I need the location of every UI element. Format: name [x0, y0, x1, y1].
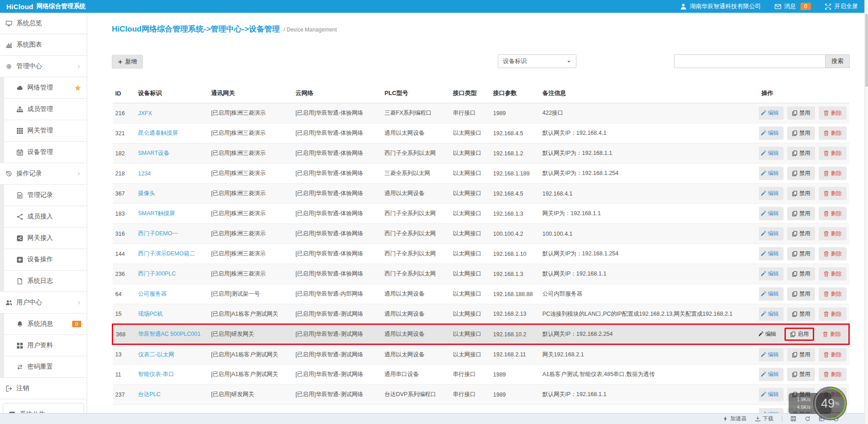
speed-gauge[interactable]: 49 %	[813, 387, 847, 420]
sidebar-item-share-square[interactable]: 网关接入	[4, 228, 87, 249]
edit-button[interactable]: 编辑	[759, 328, 781, 341]
del-button[interactable]: 删除	[819, 106, 847, 120]
edit-button[interactable]: 编辑	[759, 368, 784, 381]
sidebar: 系统总览系统图表管理中心网络管理成员管理网关管理设备管理操作记录管理记录成员接入…	[0, 13, 87, 424]
del-button[interactable]: 删除	[819, 147, 847, 160]
cell-note-text: A1栋客户测试,智能仪表,485串口,数据为透传	[543, 371, 655, 377]
company-menu[interactable]: 湖南华辰智通科技有限公司	[680, 2, 761, 11]
sidebar-item-grid[interactable]: 网关管理	[4, 120, 87, 142]
edit-button[interactable]: 编辑	[759, 388, 784, 401]
toggle-button[interactable]: 启用	[784, 328, 814, 341]
file-icon	[16, 278, 23, 285]
device-link[interactable]: 智能仪表-串口	[138, 371, 174, 377]
edit-button[interactable]: 编辑	[759, 348, 784, 361]
scrollbar-thumb[interactable]	[865, 14, 868, 87]
edit-button[interactable]: 编辑	[759, 127, 784, 140]
toggle-button[interactable]: 禁用	[787, 167, 815, 180]
sidebar-item-history[interactable]: 操作记录	[0, 163, 87, 185]
sidebar-item-exchange[interactable]: 密码重置	[4, 356, 87, 378]
sidebar-item-share[interactable]: 成员接入	[4, 206, 87, 228]
del-button[interactable]: 删除	[819, 267, 847, 281]
search-input[interactable]	[674, 54, 826, 68]
search-button[interactable]: 搜索	[826, 54, 850, 68]
filter-select[interactable]: 设备标识	[498, 54, 576, 68]
device-link[interactable]: 西门子300PLC	[138, 270, 176, 277]
sidebar-item-users[interactable]: 用户中心	[0, 292, 87, 313]
del-button[interactable]: 删除	[819, 187, 847, 200]
del-button[interactable]: 删除	[819, 368, 847, 381]
del-button[interactable]: 删除	[819, 227, 847, 240]
device-link[interactable]: 公司服务器	[138, 291, 167, 297]
toggle-button[interactable]: 禁用	[787, 187, 815, 200]
device-link[interactable]: JXFX	[138, 110, 152, 117]
edit-button[interactable]: 编辑	[759, 106, 784, 120]
edit-button[interactable]: 编辑	[759, 267, 784, 281]
cell-id: 183	[113, 204, 136, 224]
device-link[interactable]: 西门子DEMO一	[138, 230, 178, 237]
toggle-button[interactable]: 禁用	[787, 207, 815, 220]
toggle-button[interactable]: 禁用	[787, 307, 815, 321]
toggle-button[interactable]: 禁用	[787, 267, 815, 281]
sidebar-item-cloud[interactable]: 网络管理	[4, 77, 87, 99]
download-button[interactable]: 下载	[755, 415, 774, 423]
device-link[interactable]: 昆仑通泰触摸屏	[138, 130, 178, 136]
device-link[interactable]: 现场PC机	[138, 311, 163, 317]
sidebar-item-calendar[interactable]: 设备管理	[4, 142, 87, 163]
del-button[interactable]: 删除	[819, 207, 847, 220]
edit-button[interactable]: 编辑	[759, 187, 784, 200]
del-button[interactable]: 删除	[819, 287, 847, 301]
messages-menu[interactable]: 消息 0	[774, 2, 811, 11]
edit-button[interactable]: 编辑	[759, 227, 784, 240]
toggle-button[interactable]: 禁用	[787, 247, 815, 260]
sidebar-item-label: 系统总览	[16, 19, 42, 27]
device-link[interactable]: 1234	[138, 170, 151, 177]
cell-actions: 编辑禁用删除	[759, 143, 849, 164]
device-link[interactable]: 仪表二-以太网	[138, 351, 174, 358]
sidebar-item-sitemap[interactable]: 成员管理	[4, 99, 87, 120]
sidebar-item-desktop[interactable]: 系统总览	[0, 13, 87, 34]
sidebar-item-file[interactable]: 系统日志	[4, 270, 87, 292]
cell-cloud-text: [已启用]华辰智通-测试网络	[296, 371, 364, 377]
fullscreen-button[interactable]: 开启全屏	[825, 2, 858, 11]
del-button[interactable]: 删除	[819, 167, 847, 180]
add-button[interactable]: 新增	[112, 55, 143, 69]
sidebar-item-th-large[interactable]: 用户资料	[4, 335, 87, 356]
toggle-button[interactable]: 禁用	[787, 227, 815, 240]
toggle-button[interactable]: 禁用	[787, 348, 815, 361]
cell-cloud-text: [已启用]华辰智通-体验网络	[296, 270, 364, 277]
toggle-button[interactable]: 禁用	[787, 147, 815, 160]
del-button[interactable]: 删除	[819, 307, 847, 321]
edit-button[interactable]: 编辑	[759, 247, 784, 260]
edit-button[interactable]: 编辑	[759, 207, 784, 220]
device-link[interactable]: SMART触摸屏	[138, 210, 175, 217]
device-link[interactable]: SMART设备	[138, 150, 170, 156]
toggle-button[interactable]: 禁用	[787, 287, 815, 301]
del-button[interactable]: 删除	[818, 328, 846, 341]
device-link[interactable]: 台达PLC	[138, 391, 161, 398]
del-button[interactable]: 删除	[819, 247, 847, 260]
sidebar-item-chart[interactable]: 系统图表	[0, 34, 87, 56]
device-link[interactable]: 摄像头	[138, 190, 156, 196]
cell-cloud: [已启用]华辰智通-体验网络	[293, 244, 382, 264]
sidebar-item-bell[interactable]: 系统消息0	[4, 313, 87, 335]
device-link[interactable]: 西门子演示DEMO箱二	[138, 250, 195, 257]
edit-button[interactable]: 编辑	[759, 167, 784, 180]
sidebar-item-plus-square[interactable]: 设备操作	[4, 249, 87, 270]
cell-plc: 西门子全系列以太网	[382, 224, 450, 244]
del-button[interactable]: 删除	[819, 127, 847, 140]
toggle-button[interactable]: 禁用	[787, 106, 815, 120]
filter-select-value: 设备标识	[503, 57, 527, 65]
toggle-button[interactable]: 禁用	[787, 127, 815, 140]
accelerator-button[interactable]: 加速器	[722, 415, 747, 423]
toggle-button[interactable]: 禁用	[787, 368, 815, 381]
device-link[interactable]: 华辰智通AC 500PLC001	[138, 331, 201, 337]
edit-button[interactable]: 编辑	[759, 287, 784, 301]
edit-button[interactable]: 编辑	[759, 307, 784, 321]
sidebar-item-signout[interactable]: 注销	[0, 378, 87, 399]
sidebar-item-gears[interactable]: 管理中心	[0, 56, 87, 77]
edit-button[interactable]: 编辑	[759, 147, 784, 160]
cell-interface-type-text: 以太网接口	[453, 230, 482, 237]
scrollbar-track[interactable]	[864, 0, 868, 424]
del-button[interactable]: 删除	[819, 348, 847, 361]
sidebar-item-file-text[interactable]: 管理记录	[4, 185, 87, 206]
